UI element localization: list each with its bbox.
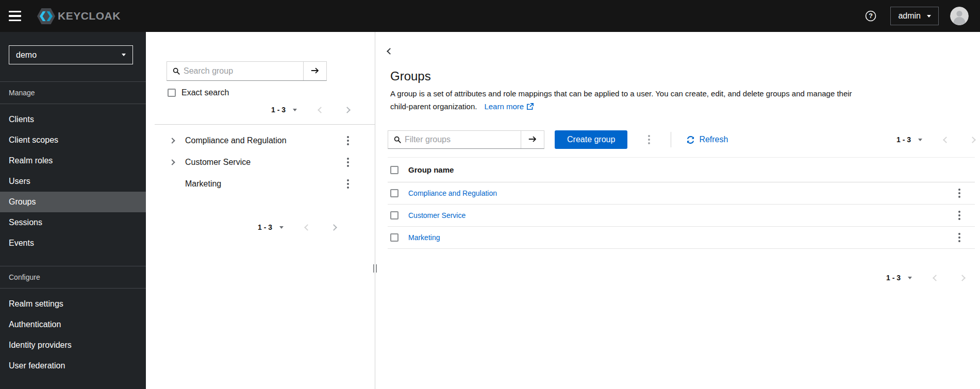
row-checkbox[interactable] xyxy=(390,211,398,219)
create-group-button[interactable]: Create group xyxy=(555,130,627,149)
sidebar-item-client-scopes[interactable]: Client scopes xyxy=(0,130,146,150)
sidebar-item-clients[interactable]: Clients xyxy=(0,109,146,130)
table-row: Marketing xyxy=(388,227,975,249)
row-kebab-menu[interactable] xyxy=(956,209,962,222)
help-button[interactable]: ? xyxy=(865,10,877,22)
prev-page-button[interactable] xyxy=(934,276,938,280)
sidebar-item-realm-roles[interactable]: Realm roles xyxy=(0,150,146,171)
avatar-icon xyxy=(950,7,969,25)
realm-select-value: demo xyxy=(16,50,37,60)
tree-pagination-top: 1 - 3 xyxy=(146,106,375,114)
group-search-input-group xyxy=(167,61,327,81)
panel-resizer[interactable] xyxy=(375,32,375,389)
avatar[interactable] xyxy=(950,7,969,25)
exact-search-label: Exact search xyxy=(181,88,229,97)
chevron-down-icon xyxy=(122,54,126,56)
filter-submit-button[interactable] xyxy=(521,131,544,148)
search-icon xyxy=(388,131,405,148)
next-page-button[interactable] xyxy=(960,276,965,280)
masthead: KEYCLOAK ? admin xyxy=(0,0,980,32)
sidebar-item-identity-providers[interactable]: Identity providers xyxy=(0,335,146,356)
brand-text: KEYCLOAK xyxy=(58,10,121,22)
next-page-button[interactable] xyxy=(970,138,975,142)
table-pagination-bottom: 1 - 3 xyxy=(388,274,980,282)
select-all-checkbox[interactable] xyxy=(390,166,398,174)
toolbar-kebab-menu[interactable] xyxy=(646,133,652,146)
tree-expand-toggle[interactable] xyxy=(170,160,184,164)
user-menu-dropdown[interactable]: admin xyxy=(890,7,939,25)
group-search-input[interactable] xyxy=(184,62,303,80)
sidebar-item-realm-settings[interactable]: Realm settings xyxy=(0,294,146,314)
tree-item: Customer Service xyxy=(170,151,351,173)
arrow-right-icon xyxy=(528,135,537,145)
tree-item-kebab-menu[interactable] xyxy=(345,156,351,169)
keycloak-logo: KEYCLOAK xyxy=(37,8,121,25)
nav-toggle-button[interactable] xyxy=(9,8,24,24)
table-header-row: Group name xyxy=(388,158,975,182)
learn-more-link[interactable]: Learn more xyxy=(484,100,534,113)
prev-page-button[interactable] xyxy=(319,108,323,112)
exact-search-checkbox[interactable] xyxy=(168,89,176,97)
tree-pagination-menu-toggle[interactable]: 1 - 3 xyxy=(271,106,297,114)
chevron-right-icon xyxy=(344,107,351,113)
row-checkbox[interactable] xyxy=(390,189,398,197)
tree-pagination-bottom: 1 - 3 xyxy=(146,223,375,231)
table-pagination-menu-toggle[interactable]: 1 - 3 xyxy=(886,274,912,282)
next-page-button[interactable] xyxy=(345,108,350,112)
realm-select[interactable]: demo xyxy=(9,45,133,64)
tree-item-label[interactable]: Marketing xyxy=(185,179,345,189)
sidebar-item-sessions[interactable]: Sessions xyxy=(0,212,146,233)
chevron-left-icon xyxy=(318,107,324,113)
prev-page-button[interactable] xyxy=(944,138,949,142)
pagination-range: 1 - 3 xyxy=(896,136,911,144)
pagination-range: 1 - 3 xyxy=(886,274,901,282)
groups-table: Group name Compliance and Regulation Cus… xyxy=(388,157,975,249)
row-kebab-menu[interactable] xyxy=(956,187,962,200)
sidebar-item-groups[interactable]: Groups xyxy=(0,192,146,212)
exact-search-option: Exact search xyxy=(168,88,229,97)
collapse-tree-button[interactable] xyxy=(388,47,392,55)
sidebar-item-user-federation[interactable]: User federation xyxy=(0,356,146,376)
caret-down-icon xyxy=(908,277,912,279)
row-checkbox[interactable] xyxy=(390,233,398,242)
sidebar-item-authentication[interactable]: Authentication xyxy=(0,314,146,335)
sidebar-item-users[interactable]: Users xyxy=(0,171,146,192)
group-search-submit-button[interactable] xyxy=(303,62,326,80)
chevron-left-icon xyxy=(304,224,311,231)
sidebar-item-events[interactable]: Events xyxy=(0,233,146,253)
svg-text:?: ? xyxy=(869,12,873,20)
search-icon xyxy=(167,62,184,80)
chevron-right-icon xyxy=(969,137,976,143)
tree-item-kebab-menu[interactable] xyxy=(345,134,351,147)
tree-item-kebab-menu[interactable] xyxy=(345,177,351,191)
external-link-icon xyxy=(527,103,534,110)
prev-page-button[interactable] xyxy=(305,225,310,230)
page-description: A group is a set of attributes and role … xyxy=(390,87,980,113)
group-link[interactable]: Marketing xyxy=(408,233,440,242)
chevron-left-icon xyxy=(387,48,393,55)
groups-main-panel: Groups A group is a set of attributes an… xyxy=(375,32,980,389)
tree-pagination-menu-toggle[interactable]: 1 - 3 xyxy=(258,223,284,231)
row-kebab-menu[interactable] xyxy=(956,231,962,244)
groups-toolbar: Create group Refresh 1 - 3 xyxy=(388,130,980,149)
table-pagination-menu-toggle[interactable]: 1 - 3 xyxy=(896,136,922,144)
nav-section-manage: Manage Clients Client scopes Realm roles… xyxy=(0,81,146,253)
tree-item-label[interactable]: Compliance and Regulation xyxy=(185,136,345,145)
caret-down-icon xyxy=(918,139,922,141)
column-header-group-name: Group name xyxy=(408,165,946,174)
tree-expand-toggle[interactable] xyxy=(170,139,184,143)
table-row: Compliance and Regulation xyxy=(388,182,975,205)
pagination-range: 1 - 3 xyxy=(258,223,272,231)
group-tree-panel: Exact search 1 - 3 Compliance and Regula… xyxy=(146,32,375,389)
group-link[interactable]: Compliance and Regulation xyxy=(408,189,497,197)
group-link[interactable]: Customer Service xyxy=(408,211,466,219)
user-menu-label: admin xyxy=(898,11,921,21)
refresh-button[interactable]: Refresh xyxy=(687,135,728,144)
description-line-2: child-parent organization. xyxy=(390,102,477,111)
filter-groups-input[interactable] xyxy=(405,131,521,148)
tree-item-label[interactable]: Customer Service xyxy=(185,158,345,167)
refresh-label: Refresh xyxy=(699,135,728,144)
description-line-1: A group is a set of attributes and role … xyxy=(390,89,852,98)
resizer-grip-icon[interactable] xyxy=(373,264,377,273)
next-page-button[interactable] xyxy=(331,225,336,230)
